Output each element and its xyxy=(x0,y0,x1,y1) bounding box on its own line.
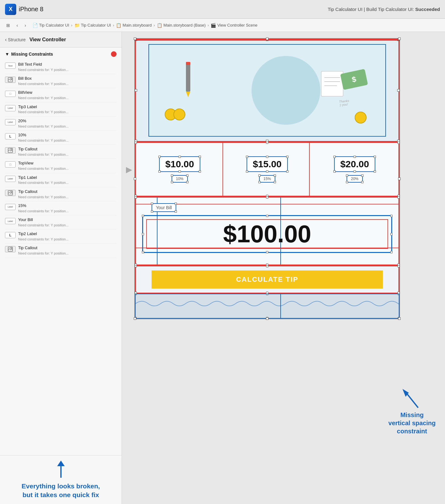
blue-vline-bottom xyxy=(280,294,281,318)
item-text-8: Tip1 Label Need constraints for: Y posit… xyxy=(18,175,117,185)
coins-area xyxy=(165,108,185,120)
constraints-header: ▼ Missing Constraints xyxy=(5,51,117,57)
item-name-12: Tip2 Label xyxy=(18,231,117,237)
tip-pct-2: 20% xyxy=(347,175,363,183)
pencil-icon xyxy=(180,60,196,98)
top-image-section: $ Thanks:) you! xyxy=(135,39,399,142)
annotation-text: Everything looks broken,but it takes one… xyxy=(22,482,100,499)
app-icon: X xyxy=(5,4,16,15)
wavy-line-icon xyxy=(136,297,399,310)
badge-label-10: Label xyxy=(5,204,16,210)
item-desc-12: Need constraints for: Y position... xyxy=(18,237,117,241)
bc-sep-3: › xyxy=(154,23,155,28)
constraint-item-3[interactable]: Label Tip3 Label Need constraints for: Y… xyxy=(5,103,117,117)
constraint-item-11[interactable]: Label Your Bill Need constraints for: Y … xyxy=(5,215,117,229)
badge-image-1 xyxy=(5,77,16,83)
item-text-2: BillView Need constraints for: Y positio… xyxy=(18,90,117,100)
calculate-section: CALCULATE TIP xyxy=(135,265,399,294)
bill-amount-container: $100.00 xyxy=(142,215,392,253)
constraint-item-9[interactable]: Tip Callout Need constraints for: Y posi… xyxy=(5,187,117,201)
back-nav-button[interactable]: ‹ xyxy=(14,22,21,29)
red-divider-2 xyxy=(309,143,310,196)
title-bar-left: X iPhone 8 xyxy=(5,4,43,15)
item-desc-2: Need constraints for: Y position... xyxy=(18,96,117,100)
grid-button[interactable]: ⊞ xyxy=(4,22,12,29)
breadcrumb-item-3[interactable]: 📋 Main.storyboard (Base) xyxy=(157,23,206,28)
svg-rect-13 xyxy=(321,71,343,96)
tip-amount-1: $15.00 xyxy=(247,156,288,172)
file-icon-0: 📄 xyxy=(32,23,38,28)
constraint-item-2[interactable]: □ BillView Need constraints for: Y posit… xyxy=(5,88,117,102)
breadcrumb-item-0[interactable]: 📄 Tip Calculator UI xyxy=(32,23,69,28)
upward-arrow-icon xyxy=(55,461,67,479)
bc-sep-1: › xyxy=(71,23,72,28)
badge-text-0: Text xyxy=(5,63,16,69)
item-text-3: Tip3 Label Need constraints for: Y posit… xyxy=(18,104,117,114)
forward-nav-button[interactable]: › xyxy=(22,22,29,29)
tip-cell-1: $15.00 15% xyxy=(223,156,311,183)
item-desc-0: Need constraints for: Y position... xyxy=(18,68,117,72)
triangle-expand-icon[interactable]: ▼ xyxy=(5,52,9,57)
svg-rect-10 xyxy=(186,63,190,92)
item-text-5: 10% Need constraints for: Y position... xyxy=(18,133,117,143)
coin-2 xyxy=(173,108,185,120)
svg-marker-11 xyxy=(186,92,190,97)
badge-image-13 xyxy=(5,246,16,252)
back-to-structure-button[interactable]: ‹ Structure xyxy=(5,37,26,43)
badge-square-7: □ xyxy=(5,161,16,168)
your-bill-label-container: Your Bill xyxy=(152,203,176,212)
constraint-item-6[interactable]: Tip Callout Need constraints for: Y posi… xyxy=(5,145,117,159)
arrow-indicator-icon: ▶ xyxy=(126,164,132,174)
sidebar-header: ‹ Structure View Controller xyxy=(0,32,122,48)
badge-image-6 xyxy=(5,147,16,154)
storyboard-icon-3: 📋 xyxy=(157,23,162,28)
main-layout: ‹ Structure View Controller ▼ Missing Co… xyxy=(0,32,445,504)
item-desc-4: Need constraints for: Y position... xyxy=(18,124,117,129)
tip-cell-2: $20.00 20% xyxy=(311,156,398,183)
breadcrumb-label-1: Tip Calculator UI xyxy=(81,23,111,28)
storyboard-icon-2: 📋 xyxy=(116,23,121,28)
svg-marker-9 xyxy=(57,461,65,466)
breadcrumb-item-2[interactable]: 📋 Main.storyboard xyxy=(116,23,152,28)
tip-pct-0: 10% xyxy=(172,175,188,183)
item-name-1: Bill Box xyxy=(18,76,117,81)
constraint-item-7[interactable]: □ TopView Need constraints for: Y positi… xyxy=(5,159,117,173)
item-desc-13: Need constraints for: Y position... xyxy=(18,251,117,255)
constraint-item-12[interactable]: L Tip2 Label Need constraints for: Y pos… xyxy=(5,229,117,244)
title-bar: X iPhone 8 Tip Calculator UI | Build Tip… xyxy=(0,0,445,19)
breadcrumb-item-4[interactable]: 🎬 View Controller Scene xyxy=(211,23,257,28)
breadcrumb-item-1[interactable]: 📁 Tip Calculator UI xyxy=(74,23,111,28)
bottom-section xyxy=(135,294,399,319)
constraint-item-0[interactable]: Text Bill Text Field Need constraints fo… xyxy=(5,60,117,74)
svg-point-3 xyxy=(11,149,12,150)
sidebar-title: View Controller xyxy=(29,37,66,43)
sidebar-annotation-area: Everything looks broken,but it takes one… xyxy=(0,455,122,504)
item-text-4: 20% Need constraints for: Y position... xyxy=(18,118,117,129)
item-name-7: TopView xyxy=(18,161,117,166)
your-bill-label: Your Bill xyxy=(152,203,176,212)
item-desc-3: Need constraints for: Y position... xyxy=(18,110,117,114)
breadcrumb-label-3: Main.storyboard (Base) xyxy=(163,23,206,28)
svg-line-17 xyxy=(406,392,418,408)
build-status-text: Tip Calculator UI | Build Tip Calculator… xyxy=(328,7,415,12)
folder-icon-1: 📁 xyxy=(74,23,80,28)
constraint-item-10[interactable]: Label 15% Need constraints for: Y positi… xyxy=(5,201,117,215)
constraint-item-13[interactable]: Tip Callout Need constraints for: Y posi… xyxy=(5,244,117,258)
svg-point-1 xyxy=(11,78,12,79)
breadcrumb-label-4: View Controller Scene xyxy=(217,23,257,28)
item-text-13: Tip Callout Need constraints for: Y posi… xyxy=(18,245,117,255)
constraint-item-4[interactable]: Label 20% Need constraints for: Y positi… xyxy=(5,117,117,131)
svg-point-5 xyxy=(11,191,12,192)
item-name-9: Tip Callout xyxy=(18,189,117,194)
item-desc-1: Need constraints for: Y position... xyxy=(18,82,117,86)
item-text-6: Tip Callout Need constraints for: Y posi… xyxy=(18,147,117,157)
sidebar: ‹ Structure View Controller ▼ Missing Co… xyxy=(0,32,122,504)
constraint-item-5[interactable]: L 10% Need constraints for: Y position..… xyxy=(5,131,117,145)
badge-l-5: L xyxy=(5,133,16,139)
constraint-item-8[interactable]: Label Tip1 Label Need constraints for: Y… xyxy=(5,173,117,187)
svg-rect-12 xyxy=(186,62,190,65)
calculate-button[interactable]: CALCULATE TIP xyxy=(152,270,382,289)
constraint-item-1[interactable]: Bill Box Need constraints for: Y positio… xyxy=(5,74,117,88)
constraints-section: ▼ Missing Constraints Text Bill Text Fie… xyxy=(0,48,122,455)
item-text-7: TopView Need constraints for: Y position… xyxy=(18,161,117,171)
